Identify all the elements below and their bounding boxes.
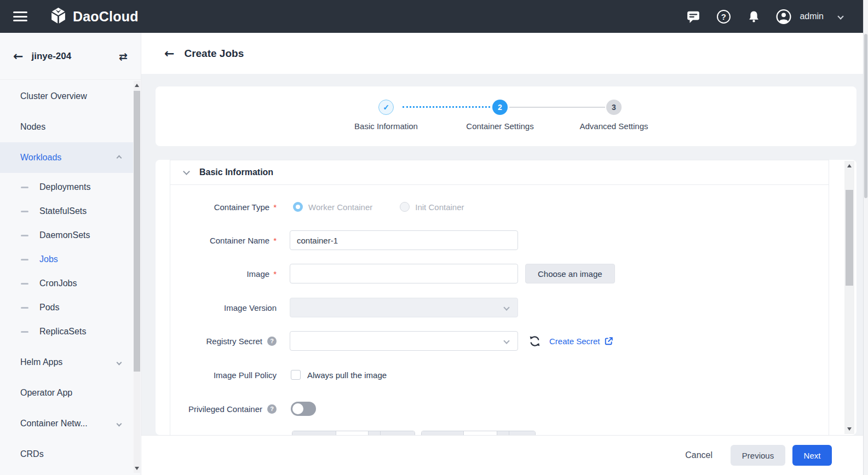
cluster-name: jinye-204 [31,51,119,62]
init-container-label[interactable]: Init Container [415,202,464,212]
scroll-down-icon[interactable] [847,427,852,431]
container-name-input[interactable] [290,230,518,250]
image-pull-policy-row: Image Pull Policy Always pull the image [170,365,829,385]
resource-input-group[interactable] [292,431,415,435]
chevron-down-icon [503,338,509,344]
scrollbar-thumb[interactable] [846,190,853,286]
sidebar-item-helm-apps[interactable]: Helm Apps [0,347,133,378]
page-header: ← Create Jobs [141,33,868,74]
sidebar-item-statefulsets[interactable]: StatefulSets [0,199,133,223]
sidebar-item-operator-app[interactable]: Operator App [0,378,133,408]
scroll-down-icon[interactable] [135,467,139,470]
previous-button[interactable]: Previous [731,445,785,466]
sidebar-item-crds[interactable]: CRDs [0,439,133,470]
help-icon[interactable]: ? [267,404,277,414]
sidebar-item-container-network[interactable]: Container Netw... [0,408,133,439]
chevron-down-icon [503,304,509,310]
sidebar-item-nodes[interactable]: Nodes [0,112,133,142]
dash-icon [21,283,28,285]
scrollbar-thumb[interactable] [134,91,140,372]
back-icon[interactable]: ← [13,50,23,62]
image-version-row: Image Version [170,298,829,317]
sidebar-item-cluster-overview[interactable]: Cluster Overview [0,81,133,112]
page-scrollbar[interactable] [863,0,868,475]
container-type-label: Container Type [214,202,269,212]
sidebar-item-daemonsets[interactable]: DaemonSets [0,223,133,247]
help-icon[interactable]: ? [716,9,731,24]
image-pull-policy-label: Image Pull Policy [214,370,277,380]
help-icon[interactable]: ? [267,337,277,346]
user-avatar-icon[interactable] [776,9,791,24]
always-pull-checkbox[interactable] [291,370,301,380]
step-1-circle[interactable]: ✓ [378,100,394,115]
sidebar-item-workloads[interactable]: Workloads [0,142,133,173]
registry-secret-select[interactable] [290,331,518,351]
image-label: Image [246,269,269,279]
resource-input-group[interactable] [421,431,536,435]
brand-logo: DaoCloud [49,7,139,27]
collapse-chevron-icon[interactable] [183,168,190,175]
back-icon[interactable]: ← [164,48,174,60]
form-card: Basic Information Container Type * Worke… [156,160,856,435]
init-container-radio[interactable] [400,202,410,212]
bell-icon[interactable] [746,9,761,24]
worker-container-label[interactable]: Worker Container [308,202,372,212]
chevron-down-icon [117,360,122,365]
privileged-container-label: Privileged Container [188,404,262,414]
sidebar-menu: Cluster Overview Nodes Workloads Deploym… [0,81,133,470]
step-connector-solid [509,107,605,108]
sidebar-header: ← jinye-204 ⇄ [0,33,141,80]
next-button[interactable]: Next [792,445,832,466]
section-header[interactable]: Basic Information [170,160,829,185]
top-navbar: DaoCloud ? admin [0,0,868,33]
registry-secret-row: Registry Secret ? C [170,331,829,351]
required-mark: * [273,236,277,245]
choose-image-button[interactable]: Choose an image [525,264,615,283]
username-label[interactable]: admin [800,11,824,21]
dash-icon [21,211,28,212]
section-title: Basic Information [199,167,273,177]
image-version-label: Image Version [224,303,277,312]
required-mark: * [273,269,277,279]
sidebar-item-pods[interactable]: Pods [0,296,133,320]
required-mark: * [273,202,277,212]
refresh-icon[interactable] [529,335,541,347]
sidebar-item-jobs[interactable]: Jobs [0,247,133,271]
step-2-circle[interactable]: 2 [492,100,508,115]
page-title: Create Jobs [184,48,244,60]
chevron-down-icon [117,421,122,426]
form-scrollbar[interactable] [844,161,854,434]
always-pull-label[interactable]: Always pull the image [307,370,387,380]
sidebar-item-deployments[interactable]: Deployments [0,175,133,199]
worker-container-radio[interactable] [293,202,303,212]
scroll-up-icon[interactable] [847,164,852,167]
image-row: Image * Choose an image [170,264,829,283]
container-type-row: Container Type * Worker Container Init C… [170,197,829,217]
sidebar-item-cronjobs[interactable]: CronJobs [0,271,133,296]
switch-cluster-icon[interactable]: ⇄ [119,50,128,62]
external-link-icon[interactable] [604,337,613,346]
sidebar-scrollbar[interactable] [134,81,140,473]
stepper-card: ✓ 2 3 Basic Information Container Settin… [156,86,856,146]
dash-icon [21,331,28,333]
scroll-up-icon[interactable] [135,84,139,87]
wizard-footer: Cancel Previous Next [141,435,868,475]
cancel-button[interactable]: Cancel [685,450,712,460]
chat-icon[interactable] [686,9,701,24]
scrollbar-thumb[interactable] [864,34,867,198]
container-name-row: Container Name * [170,230,829,250]
content-area: ✓ 2 3 Basic Information Container Settin… [141,74,868,435]
sidebar-item-replicasets[interactable]: ReplicaSets [0,320,133,344]
step-1-label: Basic Information [326,121,446,131]
brand-name: DaoCloud [73,9,139,25]
step-3-circle[interactable]: 3 [606,100,622,115]
daocloud-cube-icon [49,7,67,27]
menu-icon[interactable] [13,11,27,21]
privileged-toggle[interactable] [291,402,316,416]
image-version-select[interactable] [290,298,518,317]
sidebar: ← jinye-204 ⇄ Cluster Overview Nodes Wor… [0,33,141,475]
chevron-down-icon[interactable] [837,13,843,19]
basic-information-section: Basic Information Container Type * Worke… [170,160,829,435]
create-secret-link[interactable]: Create Secret [549,337,600,346]
image-input[interactable] [290,264,518,283]
